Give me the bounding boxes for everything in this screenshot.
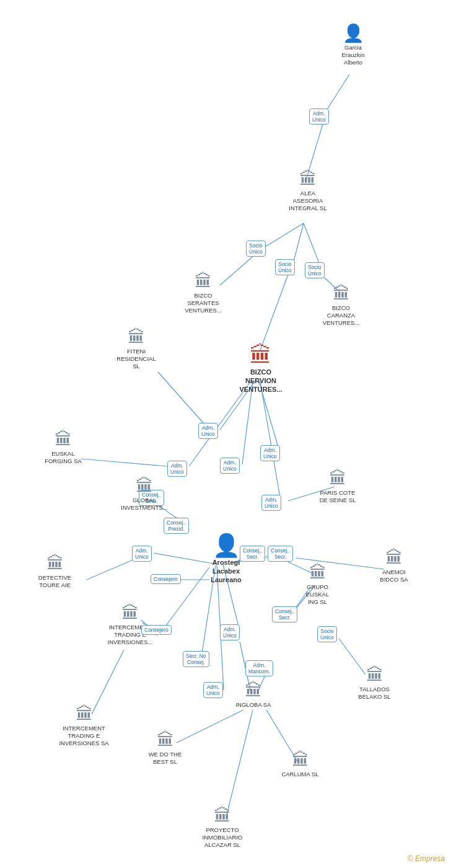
bizco-serantes-label: BIZCO SERANTES VENTURES... xyxy=(185,292,222,314)
badge-adm-unico-9[interactable]: Adm.Unico xyxy=(261,495,281,511)
svg-line-4 xyxy=(304,223,321,268)
carluma-icon: 🏛 xyxy=(292,751,309,769)
badge-consej-presid[interactable]: Consej..Presid. xyxy=(164,518,189,534)
ingloba-label: INGLOBA SA xyxy=(235,701,271,709)
badge-consej-secr-grupo[interactable]: Consej..Secr. xyxy=(272,606,297,622)
badge-socio-unico-1[interactable]: SocioÚnico xyxy=(246,241,266,257)
badge-adm-mancom[interactable]: Adm.Mancom. xyxy=(245,660,273,676)
alea-building-icon: 🏛 xyxy=(299,170,317,188)
proyecto-node: 🏛 PROYECTO INMOBILIARIO ALCAZAR SL xyxy=(195,807,250,849)
grupo-euskal-label: GRUPO EUSKAL ING SL xyxy=(306,583,330,606)
anemoi-label: ANEMOI BIDCO SA xyxy=(380,569,408,583)
svg-line-14 xyxy=(81,459,180,467)
bizco-carranza-icon: 🏛 xyxy=(333,285,350,303)
badge-consejero-2[interactable]: Consejero xyxy=(141,625,172,635)
detective-icon: 🏛 xyxy=(46,555,64,572)
bizco-nervion-node: 🏛 BIZCO NERVION VENTURES... xyxy=(227,344,295,394)
we-do-best-icon: 🏛 xyxy=(157,732,174,749)
proyecto-icon: 🏛 xyxy=(214,807,231,825)
arostegi-label: Arostegi Lacabex Laureano xyxy=(211,559,242,584)
carluma-node: 🏛 CARLUMA SL xyxy=(277,751,323,778)
grupo-euskal-node: 🏛 GRUPO EUSKAL ING SL xyxy=(291,564,344,606)
fiteni-node: 🏛 FITENI RESIDENCIAL SL xyxy=(112,329,161,370)
garcia-node: 👤 Garcia Erauzkin Alberto xyxy=(328,25,378,66)
detective-label: DETECTIVE TOURE AIE xyxy=(38,574,71,589)
badge-adm-unico-8[interactable]: Adm.Unico xyxy=(260,445,280,461)
alea-label: ALEA ASESORIA INTEGRAL SL xyxy=(289,190,326,212)
tallados-icon: 🏛 xyxy=(366,666,383,684)
svg-line-37 xyxy=(226,710,253,817)
badge-consej-secr-3[interactable]: Consej..Secr. xyxy=(268,546,293,562)
bizco-carranza-node: 🏛 BIZCO CARANZA VENTURES... xyxy=(315,285,367,327)
arostegi-person-icon: 👤 xyxy=(212,534,240,557)
badge-secr-no-consej[interactable]: Secr. NoConsej. xyxy=(183,651,209,667)
proyecto-label: PROYECTO INMOBILIARIO ALCAZAR SL xyxy=(203,826,243,849)
global-inv-label: GLOBAL INVESTMENTS... xyxy=(121,497,167,512)
intercement2-icon: 🏛 xyxy=(76,706,93,723)
badge-socio-unico-3[interactable]: SocioÚnico xyxy=(305,262,325,278)
carluma-label: CARLUMA SL xyxy=(281,771,318,778)
we-do-best-node: 🏛 WE DO THE BEST SL xyxy=(139,732,191,766)
euskal-forging-icon: 🏛 xyxy=(55,431,72,448)
badge-adm-unico-6[interactable]: Adm.Unico xyxy=(167,461,187,477)
intercement2-label: INTERCEMENT TRADING E INVERSIONES SA xyxy=(59,725,108,747)
fiteni-label: FITENI RESIDENCIAL SL xyxy=(116,348,155,370)
diagram-container: 👤 Garcia Erauzkin Alberto Adm.Unico 🏛 AL… xyxy=(0,0,451,868)
badge-adm-unico-5[interactable]: Adm.Unico xyxy=(198,423,218,439)
global-inv-icon: 🏛 xyxy=(136,477,153,495)
intercement1-icon: 🏛 xyxy=(121,604,139,622)
badge-socio-unico-tall[interactable]: SocioÚnico xyxy=(317,626,337,642)
badge-adm-unico-7[interactable]: Adm.Unico xyxy=(220,458,240,474)
badge-consej-secr-2[interactable]: Consej..Secr. xyxy=(240,546,265,562)
euskal-forging-node: 🏛 EUSKAL FORGING SA xyxy=(38,431,88,465)
paris-cote-node: 🏛 PARIS COTE DE SEINE SL xyxy=(310,470,366,504)
badge-adm-unico-wedo[interactable]: Adm.Unico xyxy=(203,682,223,698)
tallados-label: TALLADOS BELAKO SL xyxy=(358,686,390,701)
watermark: © Empresa xyxy=(408,854,445,863)
bizco-serantes-icon: 🏛 xyxy=(195,273,212,290)
detective-node: 🏛 DETECTIVE TOURE AIE xyxy=(28,555,81,589)
paris-cote-icon: 🏛 xyxy=(329,470,346,487)
tallados-node: 🏛 TALLADOS BELAKO SL xyxy=(348,666,401,701)
badge-socio-unico-2[interactable]: SocioÚnico xyxy=(275,259,295,275)
we-do-best-label: WE DO THE BEST SL xyxy=(149,751,182,766)
svg-line-3 xyxy=(293,223,304,264)
badge-adm-unico-1[interactable]: Adm.Unico xyxy=(309,108,329,125)
global-inv-node: 🏛 GLOBAL INVESTMENTS... xyxy=(116,477,172,512)
anemoi-icon: 🏛 xyxy=(385,549,403,567)
ingloba-node: 🏛 INGLOBA SA xyxy=(232,682,275,709)
ingloba-icon: 🏛 xyxy=(245,682,262,699)
bizco-nervion-icon: 🏛 xyxy=(250,344,272,366)
bizco-serantes-node: 🏛 BIZCO SERANTES VENTURES... xyxy=(178,273,228,314)
svg-line-38 xyxy=(92,650,124,714)
badge-adm-unico-ingloba[interactable]: Adm.Unico xyxy=(220,624,240,640)
fiteni-icon: 🏛 xyxy=(128,329,145,346)
svg-line-2 xyxy=(265,223,304,247)
bizco-carranza-label: BIZCO CARANZA VENTURES... xyxy=(323,304,360,327)
intercement2-node: 🏛 INTERCEMENT TRADING E INVERSIONES SA xyxy=(55,706,113,747)
grupo-euskal-icon: 🏛 xyxy=(309,564,326,582)
alea-node: 🏛 ALEA ASESORIA INTEGRAL SL xyxy=(280,170,336,212)
paris-cote-label: PARIS COTE DE SEINE SL xyxy=(320,489,356,504)
bizco-nervion-label: BIZCO NERVION VENTURES... xyxy=(239,368,282,394)
badge-adm-unico-det[interactable]: Adm.Unico xyxy=(132,546,152,562)
euskal-forging-label: EUSKAL FORGING SA xyxy=(45,450,82,465)
garcia-person-icon: 👤 xyxy=(343,25,364,42)
anemoi-node: 🏛 ANEMOI BIDCO SA xyxy=(369,549,419,583)
svg-line-13 xyxy=(260,381,281,501)
svg-line-6 xyxy=(260,273,289,350)
badge-consejero-1[interactable]: Consejero xyxy=(151,574,181,584)
garcia-label: Garcia Erauzkin Alberto xyxy=(342,44,365,66)
svg-line-0 xyxy=(326,74,349,110)
